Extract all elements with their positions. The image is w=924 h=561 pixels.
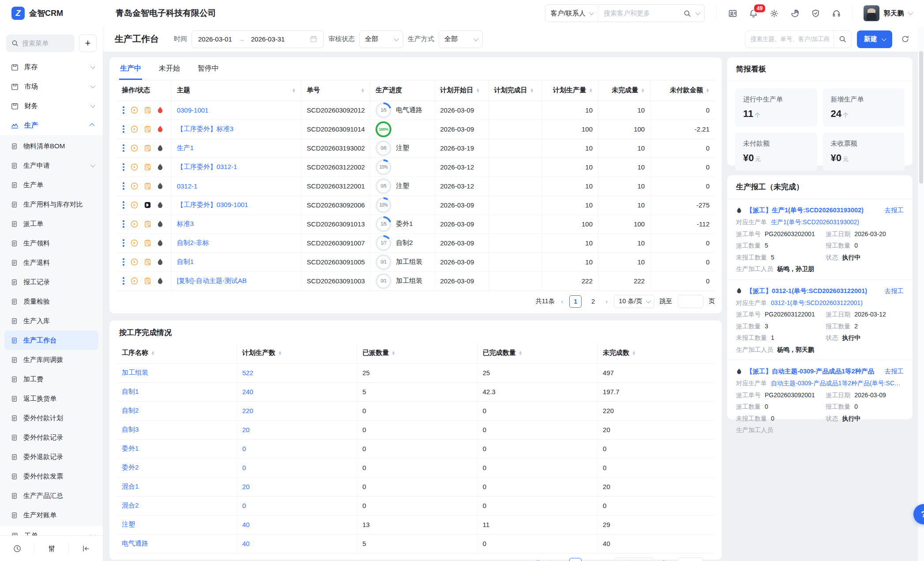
plan-count-link[interactable]: 0 xyxy=(242,445,246,452)
more-actions-icon[interactable] xyxy=(122,162,125,172)
refresh-icon[interactable] xyxy=(898,32,913,47)
more-actions-icon[interactable] xyxy=(122,276,125,286)
page-1[interactable]: 1 xyxy=(569,295,582,308)
start-play-icon[interactable] xyxy=(130,201,139,209)
dispatch-clipboard-icon[interactable] xyxy=(143,144,152,152)
more-actions-icon[interactable] xyxy=(122,219,125,229)
urgency-flame-icon[interactable] xyxy=(157,201,164,209)
order-subject-link[interactable]: 【工序委外】0309-1001 xyxy=(177,201,248,208)
sliders-filter-icon[interactable] xyxy=(34,544,68,553)
process-name-link[interactable]: 委外1 xyxy=(122,444,139,452)
plan-count-link[interactable]: 20 xyxy=(242,483,250,490)
go-report-link[interactable]: 去报工 xyxy=(885,367,904,376)
sidebar-item-statement[interactable]: 生产对账单 xyxy=(4,505,98,525)
plan-count-link[interactable]: 0 xyxy=(242,464,246,471)
start-play-icon[interactable] xyxy=(130,220,139,228)
start-play-icon[interactable] xyxy=(130,144,139,152)
date-range-picker[interactable]: 2026-03-01 → 2026-03-31 xyxy=(192,30,324,48)
col-end-date[interactable]: 计划完成日▲▼ xyxy=(494,86,536,94)
page-size-select[interactable]: 10 条/页 xyxy=(614,295,654,308)
notification-bell-icon[interactable]: 49 xyxy=(749,9,758,18)
plan-count-link[interactable]: 40 xyxy=(242,521,250,528)
start-play-icon[interactable] xyxy=(130,258,139,266)
plan-count-link[interactable]: 20 xyxy=(242,426,250,433)
order-subject-link[interactable]: 生产1 xyxy=(177,144,194,151)
order-subject-link[interactable]: 0309-1001 xyxy=(177,106,209,114)
order-subject-link[interactable]: 0312-1 xyxy=(177,182,198,190)
contact-card-icon[interactable] xyxy=(728,9,737,18)
urgency-flame-icon[interactable] xyxy=(157,182,164,190)
page-size-select[interactable]: 10 条/页 xyxy=(614,557,654,561)
sidebar-item-quality-check[interactable]: 质量检验 xyxy=(4,292,98,311)
dispatch-clipboard-icon[interactable] xyxy=(143,125,152,133)
urgency-flame-icon[interactable] xyxy=(157,106,164,114)
history-clock-icon[interactable] xyxy=(0,544,34,553)
dispatch-clipboard-icon[interactable] xyxy=(143,220,152,228)
more-actions-icon[interactable] xyxy=(122,200,125,210)
sidebar-item-outsource-refund-record[interactable]: 委外退款记录 xyxy=(4,447,98,467)
start-play-icon[interactable] xyxy=(130,125,139,133)
add-menu-button[interactable]: + xyxy=(79,34,97,52)
more-actions-icon[interactable] xyxy=(122,257,125,267)
table-search-button[interactable] xyxy=(834,31,851,48)
urgency-flame-icon[interactable] xyxy=(157,220,164,228)
sidebar-item-production-request[interactable]: 生产申请 xyxy=(4,156,98,175)
menu-search-input[interactable]: 搜索菜单 xyxy=(6,34,75,52)
order-subject-link[interactable]: 标准3 xyxy=(177,220,194,227)
more-actions-icon[interactable] xyxy=(122,181,125,191)
sidebar-item-market[interactable]: 市场 xyxy=(0,77,103,96)
scrollbar-thumb[interactable] xyxy=(919,51,923,184)
order-subject-link[interactable]: 自制1 xyxy=(177,258,194,265)
page-2[interactable]: 2 xyxy=(587,295,599,308)
date-from[interactable]: 2026-03-01 xyxy=(198,35,232,43)
process-name-link[interactable]: 混合1 xyxy=(122,482,139,490)
sidebar-item-outsource-pay-plan[interactable]: 委外付款计划 xyxy=(4,408,98,428)
prev-page-icon[interactable]: ‹ xyxy=(560,297,564,305)
urgency-flame-icon[interactable] xyxy=(157,258,164,266)
search-scope-select[interactable]: 客户/联系人 xyxy=(545,5,598,22)
dispatch-title-link[interactable]: 【派工】自动主题-0309-产品成品1等2种产品 xyxy=(746,367,881,376)
page-1[interactable]: 1 xyxy=(569,558,582,561)
col-process-name[interactable]: 工序名称▲▼ xyxy=(122,349,231,357)
start-play-icon[interactable] xyxy=(130,239,139,247)
dispatch-title-link[interactable]: 【派工】生产1(单号:SCD202603193002) xyxy=(746,206,881,215)
search-icon[interactable] xyxy=(684,10,691,17)
related-order-link[interactable]: 生产1(单号:SCD202603193002) xyxy=(771,218,859,226)
col-subject[interactable]: 主题▲▼ xyxy=(177,86,296,94)
tab-paused[interactable]: 暂停中 xyxy=(197,57,220,80)
go-report-link[interactable]: 去报工 xyxy=(885,287,904,295)
related-order-link[interactable]: 0312-1(单号:SCD202603122001) xyxy=(771,299,863,307)
urgency-flame-icon[interactable] xyxy=(157,144,164,152)
date-to[interactable]: 2026-03-31 xyxy=(251,35,285,43)
go-report-link[interactable]: 去报工 xyxy=(885,206,904,215)
urgency-flame-icon[interactable] xyxy=(157,277,164,285)
dispatch-clipboard-icon[interactable] xyxy=(143,239,152,247)
stat-card[interactable]: 未付款额 ¥0元 xyxy=(735,132,817,171)
stat-card[interactable]: 未收票额 ¥0元 xyxy=(823,132,905,171)
app-brand[interactable]: Z 金智CRM xyxy=(0,7,103,20)
dispatch-clipboard-icon[interactable] xyxy=(143,277,152,285)
sidebar-item-bom[interactable]: 物料清单BOM xyxy=(4,136,98,156)
process-name-link[interactable]: 自制2 xyxy=(122,407,139,414)
col-order-no[interactable]: 单号▲▼ xyxy=(307,86,364,94)
sidebar-item-outsource-pay-record[interactable]: 委外付款记录 xyxy=(4,428,98,447)
next-page-icon[interactable]: › xyxy=(605,297,608,305)
col-unfinished-qty[interactable]: 未完成量▲▼ xyxy=(604,86,645,94)
col-start-date[interactable]: 计划开始日▲▼ xyxy=(440,86,483,94)
table-search-input[interactable]: 搜索主题、单号、客户/加工商 xyxy=(745,35,834,43)
sidebar-item-dispatch-order[interactable]: 派工单 xyxy=(4,214,98,233)
process-name-link[interactable]: 委外2 xyxy=(122,463,139,471)
more-actions-icon[interactable] xyxy=(122,143,125,153)
jump-page-input[interactable] xyxy=(678,557,703,561)
col-unfinished-count[interactable]: 未完成数▲▼ xyxy=(603,349,710,357)
more-actions-icon[interactable] xyxy=(122,124,125,134)
dispatch-clipboard-icon[interactable] xyxy=(143,182,152,190)
start-play-icon[interactable] xyxy=(130,182,139,190)
process-name-link[interactable]: 混合2 xyxy=(122,501,139,509)
sidebar-item-processing-fee[interactable]: 加工费 xyxy=(4,369,98,389)
headset-icon[interactable] xyxy=(832,9,841,18)
sidebar-item-production-order[interactable]: 生产单 xyxy=(4,175,98,195)
process-name-link[interactable]: 自制1 xyxy=(122,388,139,395)
page-2[interactable]: 2 xyxy=(587,558,599,561)
sidebar-item-production-inbound[interactable]: 生产入库 xyxy=(4,311,98,331)
